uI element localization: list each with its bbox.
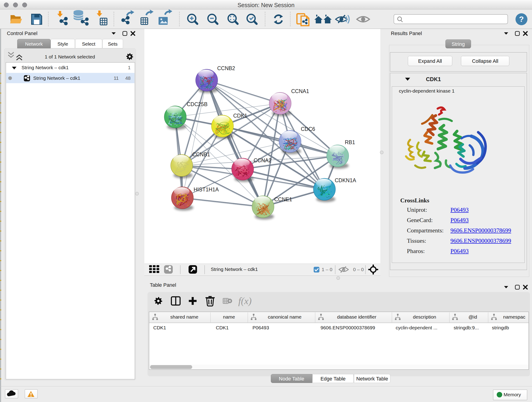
svg-text:CCNB1: CCNB1 (192, 152, 210, 157)
svg-text:CCNE1: CCNE1 (274, 196, 292, 202)
svg-text:CDK1: CDK1 (233, 113, 247, 119)
svg-text:f(x): f(x) (238, 296, 252, 306)
svg-text:CCNB2: CCNB2 (217, 65, 235, 71)
svg-text:CCNA1: CCNA1 (291, 88, 309, 94)
svg-text:RB1: RB1 (345, 139, 355, 145)
svg-text:CDKN1A: CDKN1A (335, 177, 356, 183)
svg-text:HIST1H1A: HIST1H1A (194, 186, 219, 192)
svg-text:CCNA2: CCNA2 (254, 157, 272, 163)
svg-text:CDC25B: CDC25B (187, 101, 208, 107)
svg-text:?: ? (519, 15, 524, 23)
svg-text:CDC6: CDC6 (301, 126, 315, 132)
